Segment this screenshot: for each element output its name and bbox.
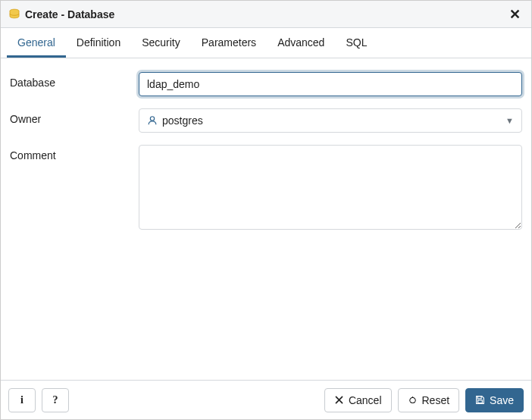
svg-rect-3 bbox=[478, 400, 483, 403]
tab-general[interactable]: General bbox=[7, 29, 66, 58]
control-owner: postgres ▼ bbox=[139, 108, 522, 133]
footer-right: Cancel Reset bbox=[324, 388, 524, 412]
control-database bbox=[139, 72, 522, 96]
owner-select[interactable]: postgres ▼ bbox=[139, 108, 522, 133]
cancel-button[interactable]: Cancel bbox=[324, 388, 392, 412]
recycle-icon bbox=[408, 395, 418, 405]
help-button[interactable]: ? bbox=[42, 388, 69, 412]
tab-parameters[interactable]: Parameters bbox=[191, 29, 267, 58]
reset-button[interactable]: Reset bbox=[398, 388, 460, 412]
svg-rect-2 bbox=[477, 396, 481, 399]
tabs: General Definition Security Parameters A… bbox=[1, 28, 531, 58]
footer: i ? Cancel bbox=[1, 380, 531, 419]
row-owner: Owner postgres ▼ bbox=[10, 108, 522, 133]
create-database-dialog: Create - Database ✕ General Definition S… bbox=[0, 0, 532, 420]
close-icon[interactable]: ✕ bbox=[506, 8, 524, 21]
row-comment: Comment bbox=[10, 145, 522, 232]
svg-point-1 bbox=[150, 117, 154, 121]
comment-textarea[interactable] bbox=[139, 145, 522, 230]
titlebar: Create - Database ✕ bbox=[1, 1, 531, 28]
tab-advanced[interactable]: Advanced bbox=[267, 29, 335, 58]
database-icon bbox=[8, 8, 20, 20]
close-icon-small bbox=[334, 395, 344, 405]
owner-value-text: postgres bbox=[162, 114, 203, 127]
database-input[interactable] bbox=[139, 72, 522, 96]
help-icon: ? bbox=[53, 394, 58, 406]
info-button[interactable]: i bbox=[8, 388, 36, 412]
label-comment: Comment bbox=[10, 145, 139, 161]
dialog-title: Create - Database bbox=[25, 8, 114, 20]
label-owner: Owner bbox=[10, 108, 139, 125]
control-comment bbox=[139, 145, 522, 232]
row-database: Database bbox=[10, 72, 522, 96]
info-icon: i bbox=[20, 394, 23, 406]
tab-definition[interactable]: Definition bbox=[66, 29, 131, 58]
cancel-label: Cancel bbox=[349, 394, 382, 406]
tab-sql[interactable]: SQL bbox=[335, 29, 377, 58]
footer-left: i ? bbox=[8, 388, 69, 412]
label-database: Database bbox=[10, 72, 139, 89]
save-button[interactable]: Save bbox=[465, 388, 524, 412]
save-label: Save bbox=[490, 394, 514, 406]
save-icon bbox=[475, 395, 485, 405]
dialog-body: Database Owner postgres bbox=[1, 58, 531, 380]
chevron-down-icon: ▼ bbox=[505, 116, 514, 125]
user-icon bbox=[147, 115, 158, 126]
tab-security[interactable]: Security bbox=[131, 29, 191, 58]
reset-label: Reset bbox=[422, 394, 450, 406]
titlebar-left: Create - Database bbox=[8, 8, 114, 20]
owner-select-value: postgres bbox=[147, 114, 203, 127]
